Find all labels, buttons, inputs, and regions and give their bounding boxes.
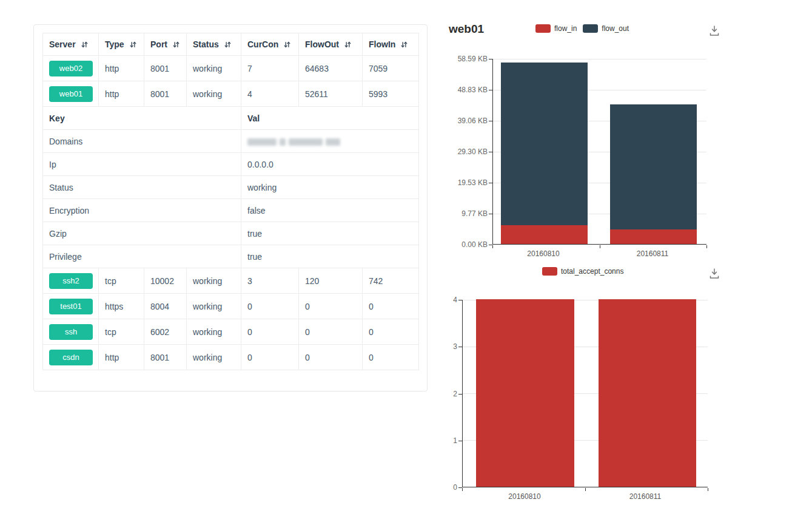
legend-item-total_accept_conns[interactable]: total_accept_conns bbox=[542, 267, 623, 276]
detail-val-cell bbox=[241, 130, 419, 153]
y-axis-tick bbox=[489, 59, 492, 59]
curcon-cell: 7 bbox=[241, 56, 299, 81]
server-badge[interactable]: csdn bbox=[49, 350, 93, 365]
sort-arrows-icon bbox=[172, 41, 180, 49]
y-axis-tick bbox=[489, 152, 492, 152]
port-cell: 8004 bbox=[144, 294, 187, 319]
bar-segment-total_accept_conns bbox=[599, 299, 696, 487]
detail-val-cell: working bbox=[241, 176, 419, 199]
type-cell: http bbox=[99, 81, 144, 107]
chart-legend: total_accept_conns bbox=[542, 267, 629, 276]
flowout-cell: 0 bbox=[299, 294, 363, 319]
y-axis-tick bbox=[489, 90, 492, 90]
detail-val-cell: true bbox=[241, 245, 419, 268]
legend-swatch bbox=[535, 24, 551, 33]
detail-key-cell: Status bbox=[43, 176, 241, 199]
bar-segment-flow_in bbox=[610, 229, 697, 244]
x-axis-label: 20160810 bbox=[494, 492, 555, 501]
key-header-cell: Key bbox=[43, 107, 241, 130]
type-cell: tcp bbox=[99, 268, 144, 294]
column-header-label: CurCon bbox=[247, 39, 278, 49]
flowin-cell: 7059 bbox=[363, 56, 419, 81]
save-as-image-icon[interactable] bbox=[707, 23, 722, 38]
legend-item-flow_in[interactable]: flow_in bbox=[535, 24, 577, 33]
port-cell: 6002 bbox=[144, 319, 187, 345]
flowin-cell: 0 bbox=[363, 345, 419, 370]
bar-segment-flow_out bbox=[610, 104, 697, 229]
curcon-cell: 3 bbox=[241, 268, 299, 294]
legend-label: flow_out bbox=[602, 24, 629, 33]
column-header-label: Status bbox=[193, 39, 219, 49]
server-badge[interactable]: web01 bbox=[49, 86, 93, 102]
detail-row: Ip0.0.0.0 bbox=[43, 153, 419, 176]
server-cell: ssh2 bbox=[43, 268, 99, 294]
y-axis-label: 19.53 KB bbox=[437, 178, 488, 187]
curcon-cell: 0 bbox=[241, 345, 299, 370]
flowout-cell: 0 bbox=[299, 345, 363, 370]
server-cell: web02 bbox=[43, 56, 99, 81]
column-header-label: Server bbox=[49, 39, 76, 49]
detail-key-cell: Gzip bbox=[43, 222, 241, 245]
y-axis-label: 58.59 KB bbox=[437, 55, 488, 63]
bar-segment-total_accept_conns bbox=[476, 299, 574, 487]
server-badge[interactable]: test01 bbox=[49, 299, 93, 314]
server-badge[interactable]: ssh2 bbox=[49, 273, 93, 289]
table-row: csdnhttp8001working000 bbox=[43, 345, 419, 370]
sort-arrows-icon bbox=[129, 41, 137, 49]
status-cell: working bbox=[187, 294, 241, 319]
column-header-label: FlowIn bbox=[369, 39, 395, 49]
y-axis-label: 29.30 KB bbox=[437, 147, 488, 156]
server-table-card: ServerTypePortStatusCurConFlowOutFlowIn … bbox=[33, 24, 428, 392]
server-cell: test01 bbox=[43, 294, 99, 319]
flowin-cell: 0 bbox=[363, 294, 419, 319]
x-axis-label: 20160810 bbox=[513, 249, 574, 258]
x-axis-tick bbox=[492, 245, 493, 248]
server-badge[interactable]: ssh bbox=[49, 324, 93, 340]
y-axis-label: 9.77 KB bbox=[437, 209, 488, 218]
x-axis-tick bbox=[600, 245, 600, 248]
bar-segment-flow_in bbox=[501, 225, 588, 244]
flowin-cell: 0 bbox=[363, 319, 419, 345]
y-axis-label: 4 bbox=[437, 296, 457, 304]
type-cell: http bbox=[99, 56, 144, 81]
column-header-port[interactable]: Port bbox=[144, 33, 187, 56]
val-header-cell: Val bbox=[241, 107, 419, 130]
column-header-flowin[interactable]: FlowIn bbox=[363, 33, 419, 56]
sort-arrows-icon bbox=[283, 41, 291, 49]
column-header-curcon[interactable]: CurCon bbox=[241, 33, 299, 56]
table-row: web01http8001working4526115993 bbox=[43, 81, 419, 107]
detail-key-cell: Encryption bbox=[43, 199, 241, 222]
legend-swatch bbox=[542, 267, 557, 276]
blur-block bbox=[289, 138, 323, 146]
status-cell: working bbox=[187, 345, 241, 370]
y-axis-tick bbox=[458, 300, 462, 300]
flowin-cell: 742 bbox=[363, 268, 419, 294]
column-header-flowout[interactable]: FlowOut bbox=[299, 33, 363, 56]
table-row: test01https8004working000 bbox=[43, 294, 419, 319]
blur-block bbox=[247, 138, 277, 146]
curcon-cell: 0 bbox=[241, 294, 299, 319]
column-header-type[interactable]: Type bbox=[99, 33, 144, 56]
y-axis-label: 0 bbox=[437, 483, 457, 492]
y-axis-label: 1 bbox=[437, 436, 457, 445]
column-header-status[interactable]: Status bbox=[187, 33, 241, 56]
table-header: ServerTypePortStatusCurConFlowOutFlowIn bbox=[43, 33, 419, 56]
server-cell: web01 bbox=[43, 81, 99, 107]
connections-chart: total_accept_conns 012342016081020160811 bbox=[437, 262, 723, 505]
column-header-server[interactable]: Server bbox=[43, 33, 99, 56]
save-as-image-icon[interactable] bbox=[707, 266, 722, 280]
y-axis-tick bbox=[489, 183, 492, 183]
status-cell: working bbox=[187, 268, 241, 294]
detail-row: Privilegetrue bbox=[43, 245, 419, 268]
detail-row: Encryptionfalse bbox=[43, 199, 419, 222]
legend-item-flow_out[interactable]: flow_out bbox=[583, 24, 629, 33]
sort-arrows-icon bbox=[400, 41, 408, 49]
curcon-cell: 0 bbox=[241, 319, 299, 345]
server-badge[interactable]: web02 bbox=[49, 61, 93, 76]
x-axis-tick bbox=[708, 488, 708, 491]
legend-label: flow_in bbox=[554, 24, 577, 33]
detail-row: Statusworking bbox=[43, 176, 419, 199]
chart-plot bbox=[462, 300, 708, 487]
y-axis-label: 39.06 KB bbox=[437, 117, 488, 125]
flow-chart: web01 flow_inflow_out 0.00 KB9.77 KB19.5… bbox=[437, 18, 723, 262]
